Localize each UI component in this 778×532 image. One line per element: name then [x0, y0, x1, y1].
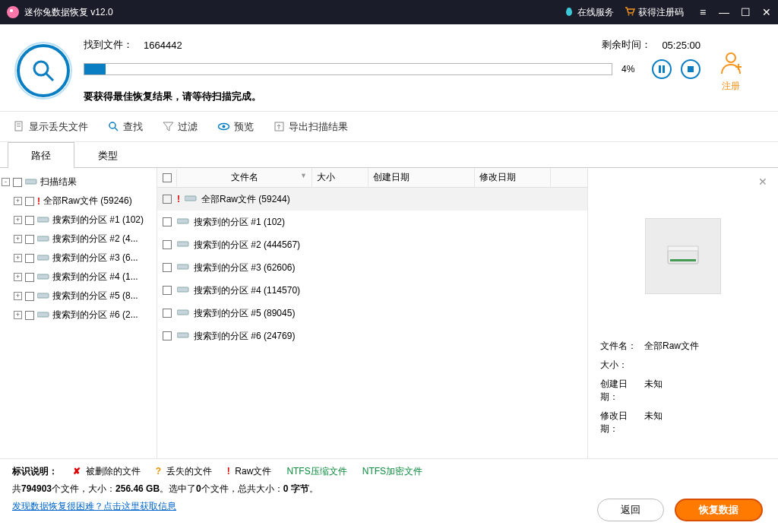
list-row[interactable]: !全部Raw文件 (59244)	[157, 188, 587, 211]
tree-item[interactable]: +搜索到的分区 #3 (6...	[2, 249, 155, 268]
show-lost-button[interactable]: 显示丢失文件	[14, 120, 88, 134]
stop-button[interactable]	[681, 59, 701, 79]
tree-item[interactable]: +搜索到的分区 #6 (2...	[2, 306, 155, 325]
row-checkbox[interactable]	[163, 309, 172, 318]
row-checkbox[interactable]	[163, 263, 172, 272]
legend-ntfs-enc: NTFS加密文件	[362, 465, 422, 478]
list-row[interactable]: 搜索到的分区 #1 (102)	[157, 211, 587, 233]
pause-button[interactable]	[652, 59, 672, 79]
preview-filename-label: 文件名：	[600, 340, 644, 353]
svg-rect-25	[37, 255, 49, 260]
recover-button[interactable]: 恢复数据	[675, 499, 763, 521]
remaining-label: 剩余时间：	[602, 38, 651, 52]
svg-rect-28	[37, 312, 49, 317]
tree-item-label: 搜索到的分区 #1 (102)	[52, 214, 144, 226]
checkbox[interactable]	[25, 235, 34, 244]
tree-item[interactable]: +搜索到的分区 #4 (1...	[2, 268, 155, 287]
tab-type[interactable]: 类型	[74, 142, 141, 168]
tree-panel: - 扫描结果 +!全部Raw文件 (59246)+搜索到的分区 #1 (102)…	[0, 168, 157, 458]
expand-icon[interactable]: +	[14, 235, 22, 243]
svg-rect-23	[37, 217, 49, 222]
checkbox[interactable]	[25, 273, 34, 282]
expand-icon[interactable]: +	[14, 216, 22, 224]
expand-icon[interactable]: +	[14, 292, 22, 300]
row-label: 搜索到的分区 #5 (89045)	[194, 307, 295, 320]
list-row[interactable]: 搜索到的分区 #4 (114570)	[157, 279, 587, 302]
get-regcode-link[interactable]: 获得注册码	[625, 6, 684, 19]
svg-rect-22	[25, 179, 36, 184]
checkbox[interactable]	[25, 311, 34, 320]
legend-lost: ? 丢失的文件	[156, 465, 212, 478]
toolbar: 显示丢失文件 查找 过滤 预览 导出扫描结果	[0, 112, 778, 142]
tip-text: 要获得最佳恢复结果，请等待扫描完成。	[84, 90, 701, 103]
svg-point-5	[632, 14, 634, 15]
row-label: 搜索到的分区 #3 (62606)	[194, 261, 295, 274]
list-row[interactable]: 搜索到的分区 #2 (444567)	[157, 233, 587, 256]
svg-rect-35	[177, 333, 188, 337]
expand-icon[interactable]: +	[14, 254, 22, 262]
close-preview-icon[interactable]: ✕	[758, 176, 767, 188]
checkbox[interactable]	[25, 216, 34, 225]
minimize-button[interactable]: —	[719, 6, 729, 18]
preview-button[interactable]: 预览	[217, 120, 254, 134]
list-row[interactable]: 搜索到的分区 #3 (62606)	[157, 256, 587, 279]
expand-icon[interactable]: +	[14, 311, 22, 319]
preview-cdate-value: 未知	[644, 378, 663, 404]
tree-item[interactable]: +搜索到的分区 #2 (4...	[2, 230, 155, 249]
col-filename[interactable]: 文件名▼	[177, 168, 312, 188]
checkbox[interactable]	[25, 197, 34, 206]
progress-percent: 4%	[621, 64, 643, 74]
col-cdate[interactable]: 创建日期	[368, 168, 475, 188]
expand-icon[interactable]: +	[14, 197, 22, 205]
drive-icon	[177, 285, 189, 296]
tab-path[interactable]: 路径	[8, 142, 74, 168]
row-checkbox[interactable]	[163, 195, 172, 204]
tree-root[interactable]: - 扫描结果	[2, 173, 155, 192]
select-all-checkbox[interactable]	[163, 173, 172, 182]
filter-button[interactable]: 过滤	[163, 120, 198, 134]
svg-rect-38	[668, 246, 698, 251]
menu-icon[interactable]: ≡	[697, 6, 708, 18]
svg-rect-26	[37, 274, 49, 279]
found-count: 1664442	[144, 40, 182, 51]
svg-rect-31	[177, 242, 188, 246]
checkbox[interactable]	[25, 292, 34, 301]
legend-label: 标识说明：	[12, 465, 58, 478]
tree-item[interactable]: +搜索到的分区 #5 (8...	[2, 287, 155, 306]
find-button[interactable]: 查找	[108, 120, 143, 134]
tree-item[interactable]: +搜索到的分区 #1 (102)	[2, 211, 155, 230]
preview-filename-value: 全部Raw文件	[644, 340, 699, 353]
svg-rect-24	[37, 236, 49, 241]
svg-rect-27	[37, 293, 49, 298]
svg-point-6	[34, 62, 48, 75]
help-link[interactable]: 发现数据恢复很困难？点击这里获取信息	[12, 501, 176, 511]
tree-item-label: 搜索到的分区 #5 (8...	[52, 290, 138, 302]
row-label: 搜索到的分区 #2 (444567)	[194, 239, 300, 252]
expand-icon[interactable]: +	[14, 273, 22, 281]
maximize-button[interactable]: ☐	[740, 6, 751, 18]
register-button[interactable]: 注册	[701, 49, 761, 93]
svg-rect-37	[670, 259, 696, 261]
collapse-icon[interactable]: -	[2, 178, 10, 186]
row-checkbox[interactable]	[163, 286, 172, 295]
preview-size-label: 大小：	[600, 359, 644, 372]
back-button[interactable]: 返回	[597, 499, 664, 521]
app-title: 迷你兔数据恢复 v12.0	[24, 6, 564, 19]
export-button[interactable]: 导出扫描结果	[274, 120, 348, 134]
list-row[interactable]: 搜索到的分区 #5 (89045)	[157, 302, 587, 325]
checkbox[interactable]	[25, 254, 34, 263]
row-checkbox[interactable]	[163, 331, 172, 340]
row-checkbox[interactable]	[163, 240, 172, 249]
close-button[interactable]: ✕	[761, 6, 772, 18]
col-size[interactable]: 大小	[312, 168, 368, 188]
checkbox[interactable]	[13, 178, 22, 187]
row-label: 全部Raw文件 (59244)	[201, 193, 290, 206]
tree-item[interactable]: +!全部Raw文件 (59246)	[2, 192, 155, 211]
row-checkbox[interactable]	[163, 217, 172, 226]
list-row[interactable]: 搜索到的分区 #6 (24769)	[157, 325, 587, 347]
col-mdate[interactable]: 修改日期	[475, 168, 551, 188]
tree-item-label: 搜索到的分区 #6 (2...	[52, 309, 138, 321]
row-label: 搜索到的分区 #4 (114570)	[194, 284, 300, 297]
raw-mark-icon: !	[177, 194, 180, 204]
online-service-link[interactable]: 在线服务	[564, 6, 614, 19]
